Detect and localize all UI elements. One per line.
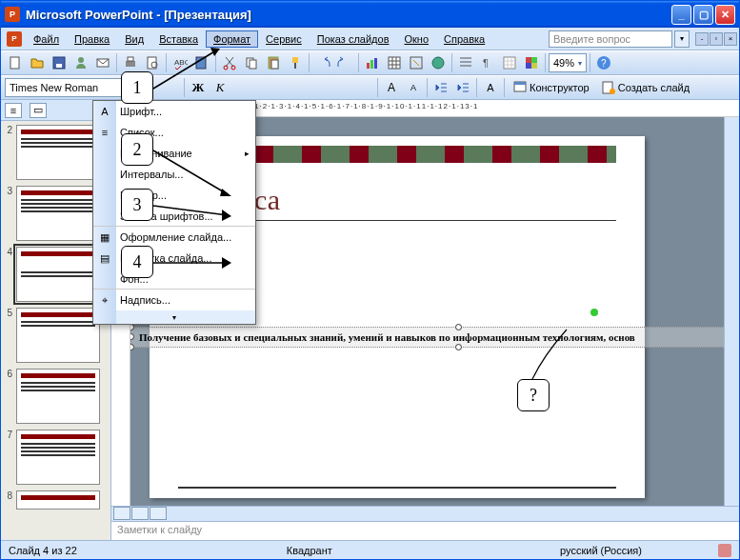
show-formatting-button[interactable]: ¶ xyxy=(477,52,498,73)
callout-2: 2 xyxy=(121,133,153,166)
callout-question: ? xyxy=(517,379,550,411)
menu-slideshow[interactable]: Показ слайдов xyxy=(310,30,397,48)
slide-thumb[interactable] xyxy=(16,490,100,510)
resize-handle[interactable] xyxy=(130,344,134,350)
cut-button[interactable] xyxy=(219,52,240,73)
app-icon: P xyxy=(5,7,20,22)
resize-handle[interactable] xyxy=(130,324,134,330)
svg-rect-14 xyxy=(250,60,256,69)
slide-thumb-selected[interactable] xyxy=(16,247,100,302)
font-color-button[interactable]: A xyxy=(480,77,501,98)
save-button[interactable] xyxy=(49,52,70,73)
status-bar: Слайд 4 из 22 Квадрант русский (Россия) xyxy=(1,540,739,559)
textbox-icon: ⌖ xyxy=(97,292,112,308)
menu-file[interactable]: Файл xyxy=(26,30,67,48)
font-icon: A xyxy=(97,104,112,119)
spellcheck-button[interactable]: ABC xyxy=(170,52,190,73)
slide-thumb[interactable] xyxy=(16,308,100,363)
new-button[interactable] xyxy=(5,52,26,73)
menu-service[interactable]: Сервис xyxy=(258,30,310,48)
svg-rect-26 xyxy=(526,57,531,63)
svg-rect-18 xyxy=(367,63,370,69)
menu-format[interactable]: Формат xyxy=(206,30,258,48)
copy-button[interactable] xyxy=(241,52,262,73)
resize-handle[interactable] xyxy=(130,333,134,340)
svg-point-35 xyxy=(610,89,615,94)
open-button[interactable] xyxy=(27,52,48,73)
hyperlink-button[interactable] xyxy=(428,52,449,73)
svg-rect-5 xyxy=(126,61,135,67)
grid-button[interactable] xyxy=(499,52,520,73)
slide-thumb[interactable] xyxy=(16,125,100,180)
menu-window[interactable]: Окно xyxy=(397,30,437,48)
window-maximize-button[interactable]: ▢ xyxy=(693,5,713,25)
permission-button[interactable] xyxy=(70,52,91,73)
callout-4: 4 xyxy=(121,246,153,278)
callout-3: 3 xyxy=(121,189,153,221)
tables-borders-button[interactable] xyxy=(406,52,427,73)
menu-bar: P Файл Правка Вид Вставка Формат Сервис … xyxy=(1,28,739,50)
rotate-handle[interactable] xyxy=(590,309,598,316)
svg-text:?: ? xyxy=(601,58,607,69)
help-search-input[interactable] xyxy=(549,30,672,48)
window-title: Microsoft PowerPoint - [Презентация] xyxy=(26,8,671,22)
child-minimize-button[interactable]: - xyxy=(695,32,709,46)
svg-rect-16 xyxy=(271,60,278,69)
svg-text:¶: ¶ xyxy=(483,57,489,69)
standard-toolbar: ABC ¶ 49%▾ ? xyxy=(1,50,739,75)
menu-view[interactable]: Вид xyxy=(117,30,151,48)
status-spellcheck-icon[interactable] xyxy=(718,544,731,557)
slide-thumb[interactable] xyxy=(16,186,100,241)
notes-pane[interactable]: Заметки к слайду xyxy=(111,521,739,540)
redo-button[interactable] xyxy=(334,52,355,73)
color-button[interactable] xyxy=(521,52,542,73)
svg-rect-0 xyxy=(10,57,19,69)
undo-button[interactable] xyxy=(312,52,333,73)
menu-help[interactable]: Справка xyxy=(436,30,492,48)
svg-rect-27 xyxy=(531,57,537,63)
resize-handle[interactable] xyxy=(455,344,462,350)
menu-insert[interactable]: Вставка xyxy=(151,30,206,48)
help-search-dropdown[interactable]: ▾ xyxy=(674,30,690,48)
callout-1: 1 xyxy=(121,71,153,104)
slides-tab[interactable]: ▭ xyxy=(30,103,47,118)
svg-text:ABC: ABC xyxy=(174,58,188,67)
status-language[interactable]: русский (Россия) xyxy=(560,545,642,556)
slide-thumb[interactable] xyxy=(16,369,100,424)
design-button[interactable]: Конструктор xyxy=(508,77,595,98)
horizontal-scrollbar[interactable] xyxy=(169,507,739,521)
status-template: Квадрант xyxy=(287,545,332,556)
window-minimize-button[interactable]: _ xyxy=(671,5,691,25)
table-button[interactable] xyxy=(384,52,405,73)
list-icon: ≡ xyxy=(97,125,112,140)
email-button[interactable] xyxy=(92,52,113,73)
expand-all-button[interactable] xyxy=(455,52,476,73)
normal-view-button[interactable] xyxy=(113,507,130,520)
child-system-icon[interactable]: P xyxy=(7,31,22,47)
font-name-combo[interactable]: Times New Roman▾ xyxy=(5,78,138,97)
svg-rect-28 xyxy=(526,63,531,69)
child-restore-button[interactable]: ▫ xyxy=(710,32,723,46)
zoom-combo[interactable]: 49%▾ xyxy=(549,53,587,72)
svg-rect-29 xyxy=(531,63,537,69)
svg-rect-21 xyxy=(389,57,400,69)
slideshow-view-button[interactable] xyxy=(150,507,167,520)
menu-edit[interactable]: Правка xyxy=(67,30,117,48)
svg-rect-19 xyxy=(370,60,373,69)
print-button[interactable] xyxy=(120,52,141,73)
chart-button[interactable] xyxy=(362,52,383,73)
window-close-button[interactable]: ✕ xyxy=(715,5,735,25)
slide-thumb[interactable] xyxy=(16,430,100,485)
format-painter-button[interactable] xyxy=(285,52,306,73)
child-close-button[interactable]: × xyxy=(724,32,737,46)
title-bar: P Microsoft PowerPoint - [Презентация] _… xyxy=(1,1,739,28)
preview-button[interactable] xyxy=(142,52,163,73)
paste-button[interactable] xyxy=(263,52,284,73)
increase-indent-button[interactable] xyxy=(452,77,473,98)
help-button[interactable]: ? xyxy=(593,52,614,73)
status-slide-position: Слайд 4 из 22 xyxy=(9,545,77,556)
sorter-view-button[interactable] xyxy=(131,507,149,520)
outline-tab[interactable]: ≡ xyxy=(5,103,22,118)
new-slide-button[interactable]: Создать слайд xyxy=(596,77,695,98)
resize-handle[interactable] xyxy=(455,324,462,330)
